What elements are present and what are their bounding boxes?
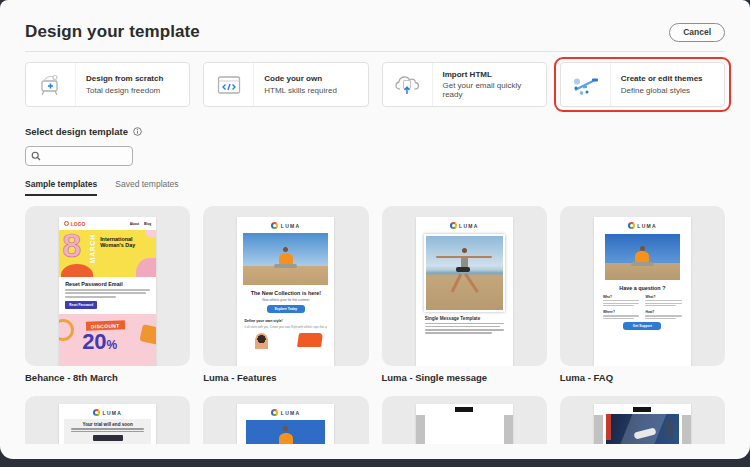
template-card-luma-single-message[interactable]: LUMA Single Message Template <box>382 206 547 366</box>
luma-brand-text: LUMA <box>103 410 123 416</box>
template-cell: LUMA Have a question ? Who? <box>560 206 725 383</box>
template-label: Behance - 8th March <box>25 372 190 383</box>
side-column <box>682 415 691 444</box>
select-template-heading: Select design template <box>25 126 128 137</box>
text-line <box>603 315 640 316</box>
text-line <box>603 300 640 301</box>
option-create-or-edit-themes[interactable]: Create or edit themes Define global styl… <box>560 62 725 107</box>
option-text: Design from scratch Total design freedom <box>76 63 189 106</box>
preview-bottom-images <box>237 333 334 349</box>
faq-item: How? <box>645 310 682 319</box>
easel-plus-icon <box>26 63 76 106</box>
faq-label: Where? <box>603 310 640 314</box>
preview-button: Explore Today <box>267 305 305 313</box>
preview-button: Reset Password <box>65 301 97 309</box>
beach-meditation-photo <box>605 234 680 280</box>
hero-day: 8 <box>62 230 81 265</box>
figure-head <box>283 247 288 252</box>
option-create-themes-wrapper: Create or edit themes Define global styl… <box>560 62 725 107</box>
preview-heading: Single Message Template <box>425 316 504 321</box>
text-line <box>425 329 504 330</box>
search-input[interactable] <box>44 152 127 161</box>
figure-body <box>279 433 293 444</box>
template-label: Luma - FAQ <box>560 372 725 383</box>
face-thumbnail <box>255 333 268 349</box>
text-line <box>603 303 640 304</box>
trial-message-box: Your trial will end soon <box>64 419 151 444</box>
figure-torso <box>461 257 468 268</box>
template-cell: LOGO About Blog 8 MARCH International Wo… <box>25 206 190 383</box>
template-card-luma-faq[interactable]: LUMA Have a question ? Who? <box>560 206 725 366</box>
decor-shape <box>59 319 74 341</box>
template-preview <box>416 404 513 444</box>
section-title: Reset Password Email <box>65 281 150 287</box>
text-line <box>603 305 634 306</box>
luma-brand-text: LUMA <box>459 223 479 229</box>
luma-brand-text: LUMA <box>281 410 301 416</box>
luma-logo: LUMA <box>594 217 691 229</box>
option-design-from-scratch[interactable]: Design from scratch Total design freedom <box>25 62 190 107</box>
luma-pinwheel-icon <box>93 409 100 416</box>
preview-button: Get Support <box>623 322 661 330</box>
luma-brand-text: LUMA <box>281 223 301 229</box>
preview-section-heading: Define your own style! <box>244 319 327 323</box>
decor-shape <box>136 258 156 277</box>
figure-leg <box>451 273 462 292</box>
search-box[interactable] <box>25 146 133 166</box>
text-line <box>645 315 682 316</box>
luma-pinwheel-icon <box>628 222 635 229</box>
side-column <box>416 415 425 444</box>
preview-hero: 8 MARCH International Woman's Day <box>59 230 156 277</box>
info-icon[interactable] <box>133 127 142 136</box>
template-card-luma-photo[interactable]: LUMA <box>203 396 368 444</box>
header-divider <box>25 51 725 52</box>
nav-item: About <box>130 222 139 226</box>
template-cell: LUMA Single Message Template <box>382 206 547 383</box>
decor-shape <box>145 230 156 238</box>
page-title: Design your template <box>25 22 200 42</box>
option-import-html[interactable]: Import HTML Get your email quickly ready <box>382 62 547 107</box>
discount-ribbon: DISCOUNT <box>86 321 125 331</box>
template-card-football[interactable] <box>560 396 725 444</box>
template-preview <box>594 404 691 444</box>
decor-shape <box>606 414 611 440</box>
themes-tools-icon <box>561 63 611 106</box>
cloud-upload-icon <box>383 63 433 106</box>
option-sublabel: Get your email quickly ready <box>443 81 542 99</box>
template-card-trial-reminder[interactable]: LUMA Your trial will end soon <box>25 396 190 444</box>
select-template-heading-row: Select design template <box>25 126 725 137</box>
template-grid: LOGO About Blog 8 MARCH International Wo… <box>25 206 725 383</box>
option-code-your-own[interactable]: Code your own HTML skills required <box>203 62 368 107</box>
template-card-behance-8th-march[interactable]: LOGO About Blog 8 MARCH International Wo… <box>25 206 190 366</box>
option-text: Create or edit themes Define global styl… <box>611 63 724 106</box>
cancel-button[interactable]: Cancel <box>669 23 725 42</box>
faq-item: Who? <box>603 295 640 306</box>
preview-section-text: It all starts with you. Create your own … <box>244 325 327 329</box>
option-label: Code your own <box>264 74 363 83</box>
preview-email-header: LOGO About Blog <box>59 217 156 230</box>
dark-logo-chip <box>633 407 651 412</box>
figure-leg <box>464 273 479 293</box>
template-card-luma-features[interactable]: LUMA The New Collection is here! New ath… <box>203 206 368 366</box>
tab-saved-templates[interactable]: Saved templates <box>115 179 178 196</box>
orange-top-thumbnail <box>297 333 323 347</box>
text-line <box>71 428 144 429</box>
template-card-stadium[interactable] <box>382 396 547 444</box>
discount-percent: % <box>107 338 118 352</box>
luma-pinwheel-icon <box>450 222 457 229</box>
template-preview: LUMA Single Message Template <box>416 217 513 366</box>
preview-subtext: New athletic gear for this summer <box>237 298 334 302</box>
blue-studio-photo <box>246 420 325 444</box>
option-text: Code your own HTML skills required <box>254 63 367 106</box>
warrior-pose-photo <box>426 236 503 310</box>
faq-item: What? <box>645 295 682 306</box>
design-template-panel: Design your template Cancel Design from … <box>0 0 750 459</box>
figure-player <box>666 420 673 438</box>
preview-discount-section: DISCOUNT 20% <box>59 314 156 366</box>
text-line <box>65 292 146 294</box>
template-preview: LUMA The New Collection is here! New ath… <box>237 217 334 366</box>
beach-meditation-photo <box>243 233 328 285</box>
template-label: Luma - Single message <box>382 372 547 383</box>
tab-sample-templates[interactable]: Sample templates <box>25 179 97 196</box>
logo-text: LOGO <box>71 221 86 227</box>
